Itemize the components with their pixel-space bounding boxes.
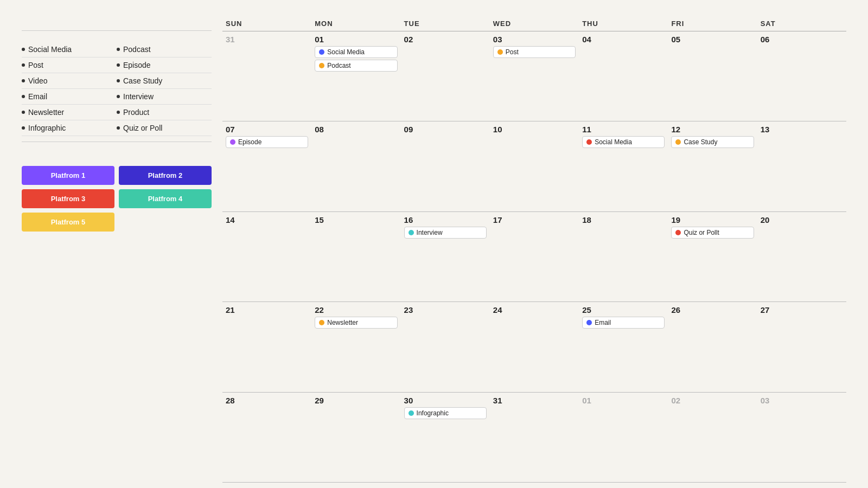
platform-button[interactable]: Platfrom 1 <box>22 166 114 185</box>
calendar-cell: 14 <box>222 212 311 301</box>
bullet <box>117 79 120 82</box>
event-dot <box>586 139 592 145</box>
calendar-cell: 30Infographic <box>401 393 490 482</box>
calendar-date: 09 <box>404 125 487 134</box>
calendar-cell: 02 <box>401 31 490 121</box>
calendar-date: 23 <box>404 305 487 314</box>
calendar-date: 05 <box>671 35 754 44</box>
content-type-item: Case Study <box>117 73 212 89</box>
content-type-grid: Social MediaPostVideoEmailNewsletterInfo… <box>22 42 212 136</box>
content-type-item: Podcast <box>117 42 212 57</box>
platform-button[interactable]: Platfrom 4 <box>119 189 212 208</box>
calendar-date: 07 <box>226 125 308 134</box>
calendar-cell: 21 <box>222 302 311 391</box>
bullet <box>117 63 120 67</box>
calendar-date: 14 <box>226 215 308 224</box>
calendar-event: Interview <box>404 227 487 239</box>
calendar-date: 26 <box>671 305 754 314</box>
calendar-week: 282930Infographic31010203 <box>222 393 846 483</box>
content-type-col2: PodcastEpisodeCase StudyInterviewProduct… <box>117 42 212 136</box>
event-dot <box>230 139 235 145</box>
event-dot <box>319 63 324 68</box>
content-type-item: Post <box>22 57 117 73</box>
calendar-cell: 04 <box>579 31 668 121</box>
calendar-date: 02 <box>404 35 487 44</box>
calendar-cell: 19Quiz or Pollt <box>668 212 757 301</box>
platform-grid: Platfrom 1Platfrom 2Platfrom 3Platfrom 4… <box>22 166 212 232</box>
calendar-cell: 13 <box>757 121 846 211</box>
bullet <box>22 79 25 82</box>
calendar-cell: 01 <box>579 393 668 482</box>
event-dot <box>675 139 681 145</box>
calendar-cell: 08 <box>311 121 400 211</box>
content-type-item: Social Media <box>22 42 117 57</box>
bullet <box>117 95 120 98</box>
bullet <box>22 63 25 67</box>
calendar-cell: 22Newsletter <box>311 302 400 391</box>
day-of-week: THU <box>579 20 668 28</box>
calendar-cell: 25Email <box>579 302 668 391</box>
calendar-cell: 26 <box>668 302 757 391</box>
calendar-body: 3101Social MediaPodcast0203Post04050607E… <box>222 31 846 483</box>
calendar: SUNMONTUEWEDTHUFRISAT 3101Social MediaPo… <box>222 20 846 483</box>
calendar-cell: 07Episode <box>222 121 311 211</box>
bullet <box>117 126 120 130</box>
calendar-date: 02 <box>671 396 754 405</box>
calendar-date: 21 <box>226 305 308 314</box>
content-type-item: Episode <box>117 57 212 73</box>
content-type-col1: Social MediaPostVideoEmailNewsletterInfo… <box>22 42 117 136</box>
calendar-date: 01 <box>582 396 665 405</box>
calendar-date: 15 <box>315 215 397 224</box>
calendar-week: 3101Social MediaPodcast0203Post040506 <box>222 31 846 121</box>
calendar-week: 2122Newsletter232425Email2627 <box>222 302 846 392</box>
calendar-event: Social Media <box>315 46 397 58</box>
platform-button[interactable]: Platfrom 3 <box>22 189 114 208</box>
calendar-date: 29 <box>315 396 397 405</box>
calendar-date: 30 <box>404 396 487 405</box>
bullet <box>117 111 120 114</box>
content-type-item: Newsletter <box>22 105 117 120</box>
calendar-cell: 16Interview <box>401 212 490 301</box>
calendar-week: 141516Interview171819Quiz or Pollt20 <box>222 212 846 302</box>
platform-button[interactable]: Platfrom 5 <box>22 213 114 232</box>
calendar-cell: 15 <box>311 212 400 301</box>
calendar-date: 27 <box>761 305 843 314</box>
calendar-cell: 27 <box>757 302 846 391</box>
calendar-event: Newsletter <box>315 317 397 329</box>
content-type-item: Product <box>117 105 212 120</box>
bullet <box>22 95 25 98</box>
calendar-date: 03 <box>493 35 576 44</box>
day-of-week: FRI <box>668 20 757 28</box>
calendar-date: 16 <box>404 215 487 224</box>
bullet <box>22 48 25 51</box>
calendar-cell: 23 <box>401 302 490 391</box>
calendar-date: 10 <box>493 125 576 134</box>
calendar-event: Infographic <box>404 407 487 419</box>
calendar-date: 08 <box>315 125 397 134</box>
calendar-date: 20 <box>761 215 843 224</box>
calendar-cell: 10 <box>490 121 579 211</box>
calendar-event: Quiz or Pollt <box>671 227 754 239</box>
day-of-week: WED <box>490 20 579 28</box>
calendar-cell: 18 <box>579 212 668 301</box>
content-type-item: Interview <box>117 89 212 105</box>
calendar-date: 13 <box>761 125 843 134</box>
sidebar: Social MediaPostVideoEmailNewsletterInfo… <box>22 20 222 483</box>
calendar-cell: 01Social MediaPodcast <box>311 31 400 121</box>
bullet <box>22 111 25 114</box>
day-of-week: SUN <box>222 20 311 28</box>
calendar-event: Podcast <box>315 60 397 72</box>
calendar-cell: 09 <box>401 121 490 211</box>
event-dot <box>319 49 324 55</box>
calendar-header: SUNMONTUEWEDTHUFRISAT <box>222 20 846 31</box>
calendar-event: Case Study <box>671 136 754 148</box>
calendar-cell: 03 <box>757 393 846 482</box>
platform-button[interactable]: Platfrom 2 <box>119 166 212 185</box>
calendar-date: 28 <box>226 396 308 405</box>
calendar-date: 22 <box>315 305 397 314</box>
calendar-event: Post <box>493 46 576 58</box>
event-dot <box>409 230 414 235</box>
day-of-week: TUE <box>401 20 490 28</box>
event-dot <box>319 320 324 325</box>
event-dot <box>497 49 503 55</box>
